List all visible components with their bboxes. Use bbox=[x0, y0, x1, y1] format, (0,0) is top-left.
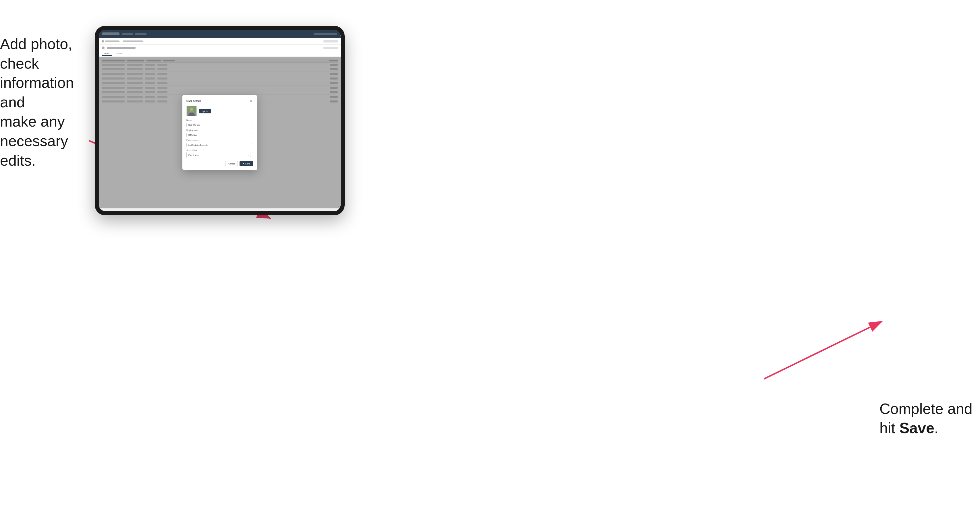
app-nav bbox=[122, 33, 312, 35]
breadcrumb-action[interactable] bbox=[323, 40, 338, 43]
tab-admin[interactable]: Admin bbox=[114, 52, 124, 56]
svg-point-3 bbox=[190, 108, 193, 111]
annotation-right-end: . bbox=[934, 420, 939, 436]
user-details-modal: User details × bbox=[182, 95, 257, 170]
save-button-label: Save bbox=[245, 163, 250, 165]
annotation-right-line2: hit bbox=[880, 420, 899, 436]
annotation-left: Add photo, check information and make an… bbox=[0, 35, 92, 170]
school-year-select[interactable]: Fourth Year × ⌃⌄ bbox=[186, 152, 253, 158]
modal-overlay: User details × bbox=[99, 57, 340, 208]
tab-users[interactable]: Users bbox=[102, 52, 112, 56]
tablet-screen: › Users Admin bbox=[99, 30, 340, 211]
save-button[interactable]: ⬆ Save bbox=[240, 161, 253, 166]
email-input[interactable] bbox=[186, 143, 253, 147]
cancel-button[interactable]: Cancel bbox=[225, 161, 238, 166]
annotation-left-line2: information and bbox=[0, 75, 74, 111]
tab-bar: Users Admin bbox=[99, 51, 340, 57]
breadcrumb-separator: › bbox=[121, 40, 121, 43]
select-clear-icon[interactable]: × bbox=[248, 154, 249, 156]
name-input[interactable] bbox=[186, 123, 253, 127]
upload-photo-button[interactable]: Upload bbox=[199, 109, 211, 113]
breadcrumb-item-1[interactable] bbox=[105, 40, 119, 42]
annotation-right-bold: Save bbox=[899, 420, 934, 436]
sub-header bbox=[99, 45, 340, 51]
school-year-form-group: School Year Fourth Year × ⌃⌄ bbox=[186, 149, 253, 158]
email-label: Email address bbox=[186, 139, 253, 141]
name-form-group: Name bbox=[186, 119, 253, 127]
modal-close-button[interactable]: × bbox=[249, 99, 253, 103]
annotation-right-line1: Complete and bbox=[880, 400, 972, 417]
breadcrumb: › bbox=[99, 38, 340, 45]
annotation-left-line4: necessary edits. bbox=[0, 133, 68, 169]
modal-footer: Cancel ⬆ Save bbox=[186, 161, 253, 166]
sub-header-text bbox=[107, 47, 135, 49]
modal-title: User details bbox=[186, 100, 201, 103]
display-name-input[interactable] bbox=[186, 133, 253, 137]
nav-item-connections[interactable] bbox=[122, 33, 133, 35]
email-form-group: Email address bbox=[186, 139, 253, 147]
header-right-area bbox=[314, 33, 337, 35]
content-area: User details × bbox=[99, 57, 340, 208]
app-logo bbox=[102, 32, 119, 35]
annotation-left-line1: Add photo, check bbox=[0, 36, 72, 72]
name-label: Name bbox=[186, 119, 253, 121]
user-photo-thumbnail bbox=[186, 106, 197, 116]
annotation-left-line3: make any bbox=[0, 113, 65, 130]
select-arrow-icon[interactable]: ⌃⌄ bbox=[250, 153, 251, 157]
photo-section: Upload bbox=[186, 106, 253, 116]
breadcrumb-icon bbox=[102, 40, 104, 43]
display-name-form-group: Display name bbox=[186, 129, 253, 137]
tablet-frame: › Users Admin bbox=[95, 26, 345, 215]
school-year-label: School Year bbox=[186, 149, 253, 151]
annotation-right: Complete and hit Save. bbox=[880, 399, 977, 438]
school-year-value: Fourth Year bbox=[188, 154, 199, 156]
breadcrumb-item-2[interactable] bbox=[123, 40, 143, 42]
sub-header-icon bbox=[102, 46, 105, 49]
nav-item-settings[interactable] bbox=[135, 33, 146, 35]
display-name-label: Display name bbox=[186, 129, 253, 131]
sub-header-action[interactable] bbox=[323, 47, 338, 49]
save-icon: ⬆ bbox=[243, 162, 244, 165]
app-header bbox=[99, 30, 340, 38]
modal-header: User details × bbox=[186, 99, 253, 103]
